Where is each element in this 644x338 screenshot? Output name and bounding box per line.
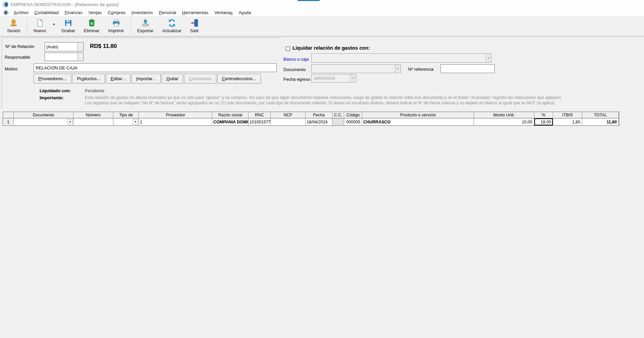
menu-item-personal[interactable]: Personal: [156, 9, 179, 16]
relacion-input[interactable]: [45, 43, 77, 51]
chevron-down-icon[interactable]: ▼: [67, 119, 73, 124]
importar-button[interactable]: Importar...: [131, 74, 161, 83]
fecha-egreso-combobox[interactable]: 18/04/2024 ▼: [311, 74, 356, 82]
monto-unit-cell[interactable]: 10,00: [474, 118, 534, 125]
itbis-cell[interactable]: 1,80: [553, 118, 582, 125]
column-header-razon: Razón social: [212, 112, 249, 118]
documento-combobox[interactable]: ▼: [311, 64, 401, 73]
quitar-button[interactable]: Quitar: [162, 74, 183, 83]
menu-item-ventanas[interactable]: Ventanas: [211, 9, 235, 16]
liquidar-checkbox[interactable]: [286, 47, 290, 51]
menu-item-ayuda[interactable]: Ayuda: [235, 9, 254, 16]
menu-item-ventas[interactable]: Ventas: [85, 9, 105, 16]
app-window: { "window": { "title": "EMPRESA DEMOSTRA…: [0, 0, 644, 338]
save-button-label: Grabar: [61, 28, 75, 33]
ncf-cell[interactable]: [271, 118, 306, 125]
menu-item-archivo[interactable]: Archivo: [11, 9, 31, 16]
column-header-codigo: Código: [344, 112, 362, 118]
delete-button-label: Eliminar: [84, 28, 100, 33]
responsable-input[interactable]: [45, 53, 77, 61]
delete-button[interactable]: Eliminar: [79, 17, 104, 36]
row-number-cell[interactable]: 1: [3, 118, 14, 125]
producto-cell[interactable]: CHURRASCO: [362, 118, 474, 125]
liquidado-value: Pendiente: [85, 88, 105, 93]
menu-item-finanzas[interactable]: Finanzas: [62, 9, 86, 16]
razon-social-cell[interactable]: COMPANIA DOMIN: [212, 118, 249, 125]
save-button[interactable]: Grabar: [57, 17, 79, 36]
proveedores-button[interactable]: Proveedores...: [34, 74, 71, 83]
responsable-label: Responsable: [5, 55, 30, 60]
print-button[interactable]: Imprimir: [104, 17, 128, 36]
chevron-down-icon[interactable]: ▼: [485, 54, 491, 62]
relacion-field: ..: [45, 42, 84, 51]
column-header-rnc: RNC: [249, 112, 271, 118]
relacion-lookup-button[interactable]: ..: [77, 43, 83, 51]
motivo-label: Motivo: [5, 66, 17, 71]
proveedor-cell[interactable]: 1: [139, 118, 212, 125]
column-header-rownum: [3, 112, 14, 118]
pct-cell-selected[interactable]: 18,00: [534, 118, 553, 125]
document-logo-icon: [3, 10, 8, 15]
codigo-cell[interactable]: 000005: [344, 118, 362, 125]
chevron-down-icon[interactable]: ▼: [350, 74, 356, 82]
motivo-input[interactable]: [34, 63, 277, 72]
numero-cell[interactable]: [73, 118, 113, 125]
export-icon: [141, 19, 150, 27]
exit-button-label: Salir: [190, 28, 199, 33]
session-button[interactable]: Sesión: [3, 17, 25, 36]
new-button[interactable]: Nuevo: [29, 17, 51, 34]
column-header-fecha: Fecha: [306, 112, 332, 118]
banco-combobox[interactable]: ▼: [311, 53, 491, 63]
menu-bar: Archivo Contabilidad Finanzas Ventas Com…: [0, 9, 644, 16]
refresh-button-label: Actualizar: [162, 28, 181, 33]
refresh-icon: [168, 19, 176, 27]
referencia-label: Nº referencia: [408, 67, 434, 72]
cc-cell[interactable]: [332, 118, 344, 125]
export-button[interactable]: Exportar: [133, 17, 158, 36]
refresh-button[interactable]: Actualizar: [158, 17, 186, 36]
banco-combobox-value: [312, 54, 485, 62]
tipo-cell[interactable]: ▼: [113, 118, 139, 125]
importante-line1: Esta relación de gastos no afecta invent…: [85, 95, 561, 100]
menu-item-inventarios[interactable]: Inventarios: [128, 9, 156, 16]
toolbar-separator: [27, 18, 27, 35]
documento-cell[interactable]: ▼: [14, 118, 73, 125]
fecha-cell[interactable]: 18/04/2024: [306, 118, 332, 125]
editar-button[interactable]: Editar...: [106, 74, 130, 83]
importante-label: Importante:: [40, 95, 64, 100]
centro-de-costos-button[interactable]: Centro de costos...: [217, 74, 261, 83]
column-header-documento: Documento: [14, 112, 73, 118]
fecha-egreso-label: Fecha egreso: [283, 77, 310, 82]
column-header-proveedor: Proveedor: [139, 112, 212, 118]
action-button-row: Proveedores... Productos... Editar... Im…: [34, 74, 261, 83]
new-button-label: Nuevo: [34, 28, 46, 33]
productos-button[interactable]: Productos...: [72, 74, 105, 83]
toolbar: Sesión Nuevo ▼ Grabar Eliminar: [0, 16, 644, 37]
chevron-down-icon[interactable]: ▼: [395, 65, 400, 73]
session-icon: [9, 19, 18, 27]
new-document-icon: [36, 19, 44, 27]
documento-label: Documento: [283, 67, 306, 72]
comisiones-button: Comisiones: [184, 74, 216, 83]
menu-items: Archivo Contabilidad Finanzas Ventas Com…: [11, 9, 254, 16]
rnc-cell[interactable]: 101001577: [249, 118, 271, 125]
column-header-pct: %: [534, 112, 553, 118]
chevron-down-icon[interactable]: ▼: [133, 119, 138, 124]
column-header-itbis: ITBIS: [553, 112, 582, 118]
menu-item-compras[interactable]: Compras: [105, 9, 128, 16]
column-header-total: TOTAL: [582, 112, 619, 118]
new-dropdown-arrow-icon[interactable]: ▼: [51, 22, 57, 27]
fecha-egreso-value: 18/04/2024: [312, 74, 350, 82]
responsable-lookup-button[interactable]: ..: [77, 53, 83, 61]
session-button-label: Sesión: [7, 28, 20, 33]
exit-button[interactable]: Salir: [186, 17, 203, 36]
column-header-ncf: NCF: [271, 112, 306, 118]
liquidado-label: Liquidado con:: [40, 88, 71, 93]
print-button-label: Imprimir: [108, 28, 124, 33]
menu-item-herramientas[interactable]: Herramientas: [179, 9, 211, 16]
menu-item-contabilidad[interactable]: Contabilidad: [31, 9, 61, 16]
column-header-cc: C.C.: [332, 112, 344, 118]
referencia-input[interactable]: [440, 64, 495, 73]
total-cell[interactable]: 11,80: [582, 118, 619, 125]
window-title: EMPRESA DEMOSTRACION - [Relaciones de ga…: [11, 2, 118, 7]
